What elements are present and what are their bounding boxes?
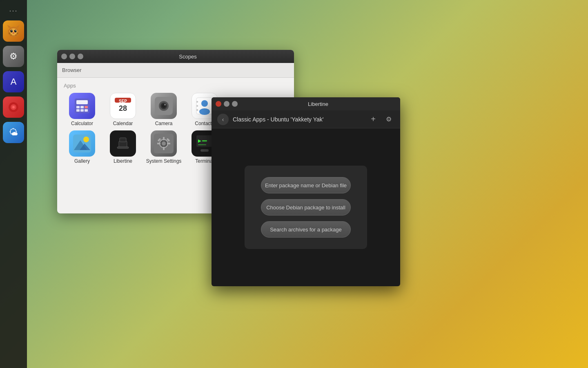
svg-rect-19	[80, 106, 84, 108]
svg-rect-46	[120, 138, 126, 142]
libertine-back-button[interactable]: ‹	[217, 114, 229, 125]
weather-icon: 🌤	[6, 125, 21, 140]
sidebar-icon-appstore[interactable]: A	[3, 71, 24, 92]
svg-rect-59	[202, 140, 207, 141]
app-item-camera[interactable]: Camera	[145, 93, 182, 126]
svg-point-32	[164, 104, 166, 105]
sidebar: ... ⚙ A	[0, 0, 27, 368]
libertine-settings-button[interactable]: ⚙	[383, 114, 394, 125]
svg-rect-50	[163, 137, 165, 140]
svg-rect-36	[196, 101, 198, 103]
gallery-icon	[69, 130, 95, 157]
svg-point-15	[12, 106, 15, 108]
svg-rect-17	[76, 100, 88, 104]
scopes-titlebar: Scopes	[57, 50, 294, 63]
calendar-icon: SEP 28	[110, 93, 136, 119]
package-dialog: Enter package name or Debian file Choose…	[245, 166, 367, 249]
calendar-label: Calendar	[113, 121, 133, 126]
svg-rect-60	[198, 144, 206, 145]
libertine-body: Enter package name or Debian file Choose…	[212, 128, 400, 286]
camera-label: Camera	[155, 121, 173, 126]
scopes-window-title: Scopes	[86, 54, 290, 60]
appstore-icon: A	[6, 74, 21, 90]
svg-marker-3	[16, 25, 20, 28]
sidebar-icon-leopard[interactable]	[3, 20, 24, 42]
svg-point-6	[11, 30, 12, 31]
libertine-close-button[interactable]	[216, 101, 221, 107]
svg-point-49	[162, 141, 166, 146]
choose-debian-button[interactable]: Choose Debian package to install	[261, 199, 351, 215]
sidebar-icon-scopes[interactable]	[3, 96, 24, 118]
svg-point-7	[16, 30, 16, 31]
scopes-minimize-button[interactable]	[69, 54, 75, 59]
scopes-close-button[interactable]	[61, 54, 67, 59]
svg-rect-52	[157, 143, 160, 144]
gallery-label: Gallery	[74, 158, 90, 164]
svg-text:SEP: SEP	[119, 99, 127, 103]
svg-rect-45	[117, 147, 129, 148]
svg-point-12	[15, 34, 17, 36]
svg-text:28: 28	[119, 104, 127, 112]
svg-rect-23	[85, 109, 88, 112]
calculator-label: Calculator	[71, 121, 93, 126]
scopes-section-label: Apps	[64, 83, 287, 89]
app-item-gallery[interactable]: Gallery	[64, 130, 100, 164]
app-item-system-settings[interactable]: System Settings	[145, 130, 182, 164]
libertine-add-button[interactable]: +	[368, 114, 379, 125]
svg-point-34	[201, 100, 208, 107]
svg-point-35	[199, 108, 210, 115]
svg-rect-37	[196, 105, 198, 107]
sidebar-dots: ...	[7, 3, 19, 15]
svg-rect-22	[80, 109, 84, 112]
svg-point-8	[13, 32, 14, 34]
calculator-icon	[69, 93, 95, 119]
svg-point-10	[16, 32, 18, 34]
libertine-maximize-button[interactable]	[232, 101, 238, 107]
scopes-nav-label: Browser	[62, 67, 82, 73]
libertine-titlebar: Libertine	[212, 97, 400, 110]
system-settings-label: System Settings	[146, 158, 182, 164]
libertine-nav-title: Classic Apps - Ubuntu 'Yakkety Yak'	[233, 116, 363, 123]
svg-rect-21	[76, 109, 80, 112]
libertine-nav: ‹ Classic Apps - Ubuntu 'Yakkety Yak' + …	[212, 110, 400, 128]
svg-point-9	[9, 32, 11, 34]
search-archives-button[interactable]: Search archives for a package	[261, 221, 351, 238]
camera-icon	[151, 93, 177, 119]
libertine-icon	[110, 130, 136, 157]
app-item-calculator[interactable]: Calculator	[64, 93, 100, 126]
app-item-libertine[interactable]: Libertine	[105, 130, 141, 164]
svg-rect-18	[76, 106, 80, 108]
svg-point-4	[10, 30, 13, 33]
sidebar-icon-settings[interactable]: ⚙	[3, 46, 24, 67]
svg-rect-51	[163, 147, 165, 150]
svg-point-11	[10, 34, 12, 36]
libertine-label: Libertine	[114, 158, 132, 164]
terminal-label: Terminal	[195, 158, 214, 164]
svg-marker-2	[7, 25, 11, 28]
svg-rect-20	[85, 106, 88, 108]
svg-rect-53	[167, 143, 170, 144]
libertine-window-title: Libertine	[240, 101, 396, 107]
svg-rect-61	[200, 149, 209, 152]
libertine-minimize-button[interactable]	[224, 101, 229, 107]
enter-package-button[interactable]: Enter package name or Debian file	[261, 177, 351, 193]
sidebar-icon-weather[interactable]: 🌤	[3, 122, 24, 143]
svg-point-5	[14, 30, 17, 33]
gear-icon: ⚙	[6, 49, 21, 64]
scopes-nav: Browser	[57, 63, 294, 78]
app-item-calendar[interactable]: SEP 28 Calendar	[105, 93, 141, 126]
libertine-window: Libertine ‹ Classic Apps - Ubuntu 'Yakke…	[212, 97, 400, 286]
svg-rect-38	[196, 109, 198, 111]
scopes-icon	[6, 99, 21, 115]
svg-point-42	[83, 137, 89, 142]
system-settings-icon	[151, 130, 177, 157]
scopes-maximize-button[interactable]	[78, 54, 83, 59]
